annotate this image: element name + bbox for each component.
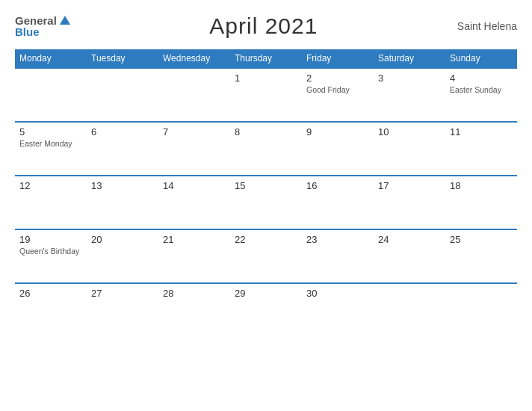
day-number: 17 — [378, 180, 441, 191]
calendar-header-row: Monday Tuesday Wednesday Thursday Friday… — [15, 49, 517, 68]
calendar-day — [158, 68, 230, 122]
calendar-day: 5Easter Monday — [15, 122, 87, 176]
day-number: 5 — [19, 126, 82, 137]
calendar-day: 1 — [230, 68, 302, 122]
day-number: 23 — [306, 234, 369, 245]
calendar-page: General Blue April 2021 Saint Helena Mon… — [0, 0, 532, 411]
calendar-table: Monday Tuesday Wednesday Thursday Friday… — [15, 49, 517, 337]
region-label: Saint Helena — [457, 20, 517, 32]
day-number: 27 — [91, 288, 154, 299]
day-event: Easter Monday — [19, 139, 82, 148]
calendar-day — [374, 283, 445, 337]
calendar-day: 7 — [158, 122, 230, 176]
day-event: Easter Sunday — [450, 85, 513, 94]
day-number: 4 — [450, 72, 513, 84]
calendar-day: 8 — [230, 122, 302, 176]
calendar-week-2: 5Easter Monday67891011 — [15, 122, 517, 176]
calendar-day: 18 — [445, 176, 517, 229]
col-tuesday: Tuesday — [87, 49, 158, 68]
calendar-day: 16 — [302, 176, 374, 229]
calendar-day: 25 — [445, 229, 517, 283]
calendar-day: 21 — [158, 229, 230, 283]
logo-blue: Blue — [15, 26, 40, 37]
calendar-day: 28 — [158, 283, 230, 337]
calendar-day: 19Queen's Birthday — [15, 229, 87, 283]
day-number: 21 — [163, 234, 226, 245]
day-number: 28 — [163, 288, 226, 299]
calendar-day: 27 — [87, 283, 158, 337]
day-number: 15 — [235, 180, 297, 191]
calendar-day: 3 — [374, 68, 445, 122]
calendar-day: 23 — [302, 229, 374, 283]
calendar-day: 4Easter Sunday — [445, 68, 517, 122]
day-number: 26 — [19, 288, 82, 299]
calendar-day: 22 — [230, 229, 302, 283]
day-number: 29 — [235, 288, 297, 299]
day-number: 30 — [306, 288, 369, 299]
calendar-day: 29 — [230, 283, 302, 337]
calendar-day: 2Good Friday — [302, 68, 374, 122]
day-number: 25 — [450, 234, 513, 245]
col-monday: Monday — [15, 49, 87, 68]
day-number: 18 — [450, 180, 513, 191]
calendar-day: 12 — [15, 176, 87, 229]
logo: General Blue — [15, 15, 70, 37]
day-number: 9 — [306, 126, 369, 137]
calendar-day — [15, 68, 87, 122]
day-number: 6 — [91, 126, 154, 137]
col-wednesday: Wednesday — [158, 49, 230, 68]
calendar-day: 10 — [374, 122, 445, 176]
header: General Blue April 2021 Saint Helena — [15, 13, 517, 39]
day-number: 7 — [163, 126, 226, 137]
calendar-week-5: 2627282930 — [15, 283, 517, 337]
calendar-day: 20 — [87, 229, 158, 283]
calendar-day: 24 — [374, 229, 445, 283]
day-number: 2 — [306, 72, 369, 84]
calendar-title: April 2021 — [209, 13, 318, 39]
day-event: Good Friday — [306, 85, 369, 94]
day-number: 16 — [306, 180, 369, 191]
calendar-day: 30 — [302, 283, 374, 337]
calendar-week-4: 19Queen's Birthday202122232425 — [15, 229, 517, 283]
logo-general: General — [15, 15, 57, 26]
calendar-day: 13 — [87, 176, 158, 229]
day-number: 3 — [378, 72, 441, 84]
col-friday: Friday — [302, 49, 374, 68]
day-number: 12 — [19, 180, 82, 191]
calendar-day: 26 — [15, 283, 87, 337]
calendar-day: 15 — [230, 176, 302, 229]
logo-triangle-icon — [60, 16, 70, 25]
calendar-day: 6 — [87, 122, 158, 176]
day-number: 20 — [91, 234, 154, 245]
col-thursday: Thursday — [230, 49, 302, 68]
col-sunday: Sunday — [445, 49, 517, 68]
day-number: 1 — [235, 72, 297, 84]
day-number: 19 — [19, 234, 82, 245]
day-number: 22 — [235, 234, 297, 245]
calendar-day — [87, 68, 158, 122]
calendar-day: 14 — [158, 176, 230, 229]
day-number: 14 — [163, 180, 226, 191]
day-number: 10 — [378, 126, 441, 137]
calendar-day: 11 — [445, 122, 517, 176]
day-number: 13 — [91, 180, 154, 191]
calendar-day: 9 — [302, 122, 374, 176]
calendar-day — [445, 283, 517, 337]
day-number: 8 — [235, 126, 297, 137]
day-event: Queen's Birthday — [19, 247, 82, 256]
day-number: 24 — [378, 234, 441, 245]
calendar-week-1: 12Good Friday34Easter Sunday — [15, 68, 517, 122]
day-number: 11 — [450, 126, 513, 137]
calendar-day: 17 — [374, 176, 445, 229]
col-saturday: Saturday — [374, 49, 445, 68]
calendar-week-3: 12131415161718 — [15, 176, 517, 229]
